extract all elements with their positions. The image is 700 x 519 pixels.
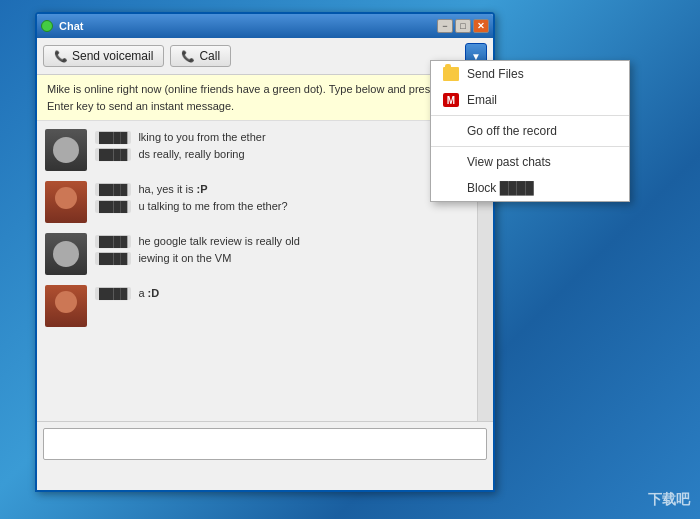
call-button[interactable]: 📞 Call bbox=[170, 45, 231, 67]
status-dot bbox=[41, 20, 53, 32]
window-title: Chat bbox=[59, 20, 83, 32]
title-bar-buttons: − □ ✕ bbox=[437, 19, 489, 33]
dropdown-menu: Send Files M Email Go off the record Vie… bbox=[430, 60, 630, 202]
avatar bbox=[45, 181, 87, 223]
menu-separator bbox=[431, 115, 629, 116]
input-area bbox=[37, 421, 493, 466]
send-files-label: Send Files bbox=[467, 67, 524, 81]
message-line-1: ████ a :D bbox=[95, 285, 159, 302]
title-bar: Chat − □ ✕ bbox=[37, 14, 493, 38]
call-label: Call bbox=[199, 49, 220, 63]
block-label: Block ████ bbox=[467, 181, 534, 195]
chat-window: Chat − □ ✕ 📞 Send voicemail 📞 Call ▼ bbox=[35, 12, 495, 492]
menu-item-go-off-record[interactable]: Go off the record bbox=[431, 118, 629, 144]
send-voicemail-button[interactable]: 📞 Send voicemail bbox=[43, 45, 164, 67]
table-row: ████ he google talk review is really old… bbox=[45, 233, 469, 275]
close-button[interactable]: ✕ bbox=[473, 19, 489, 33]
message-line-1: ████ ha, yes it is :P bbox=[95, 181, 288, 198]
menu-item-view-past-chats[interactable]: View past chats bbox=[431, 149, 629, 175]
table-row: ████ ha, yes it is :P ████ u talking to … bbox=[45, 181, 469, 223]
toolbar: 📞 Send voicemail 📞 Call ▼ bbox=[37, 38, 493, 75]
message-line-1: ████ he google talk review is really old bbox=[95, 233, 300, 250]
email-label: Email bbox=[467, 93, 497, 107]
message-line-1: ████ lking to you from the ether bbox=[95, 129, 266, 146]
gmail-icon: M bbox=[443, 93, 459, 107]
folder-icon bbox=[443, 67, 459, 81]
menu-item-email[interactable]: M Email bbox=[431, 87, 629, 113]
table-row: ████ lking to you from the ether ████ ds… bbox=[45, 129, 469, 171]
info-bar: Mike is online right now (online friends… bbox=[37, 75, 493, 121]
message-line-2: ████ iewing it on the VM bbox=[95, 250, 300, 267]
voicemail-icon: 📞 bbox=[54, 50, 68, 63]
message-content: ████ lking to you from the ether ████ ds… bbox=[95, 129, 266, 162]
maximize-button[interactable]: □ bbox=[455, 19, 471, 33]
table-row: ████ a :D bbox=[45, 285, 469, 327]
chat-scroll-area[interactable]: ████ lking to you from the ether ████ ds… bbox=[37, 121, 477, 421]
message-content: ████ ha, yes it is :P ████ u talking to … bbox=[95, 181, 288, 214]
info-text: Mike is online right now (online friends… bbox=[47, 83, 454, 112]
watermark: 下载吧 bbox=[648, 491, 690, 509]
menu-separator-2 bbox=[431, 146, 629, 147]
chat-area-container: ████ lking to you from the ether ████ ds… bbox=[37, 121, 493, 421]
menu-item-block[interactable]: Block ████ bbox=[431, 175, 629, 201]
chat-input[interactable] bbox=[43, 428, 487, 460]
call-icon: 📞 bbox=[181, 50, 195, 63]
minimize-button[interactable]: − bbox=[437, 19, 453, 33]
go-off-record-label: Go off the record bbox=[467, 124, 557, 138]
view-past-chats-label: View past chats bbox=[467, 155, 551, 169]
avatar bbox=[45, 129, 87, 171]
message-line-2: ████ ds really, really boring bbox=[95, 146, 266, 163]
menu-item-send-files[interactable]: Send Files bbox=[431, 61, 629, 87]
title-bar-left: Chat bbox=[41, 20, 83, 32]
avatar bbox=[45, 233, 87, 275]
desktop: Chat − □ ✕ 📞 Send voicemail 📞 Call ▼ bbox=[0, 0, 700, 519]
message-content: ████ a :D bbox=[95, 285, 159, 302]
message-line-2: ████ u talking to me from the ether? bbox=[95, 198, 288, 215]
message-content: ████ he google talk review is really old… bbox=[95, 233, 300, 266]
avatar bbox=[45, 285, 87, 327]
voicemail-label: Send voicemail bbox=[72, 49, 153, 63]
